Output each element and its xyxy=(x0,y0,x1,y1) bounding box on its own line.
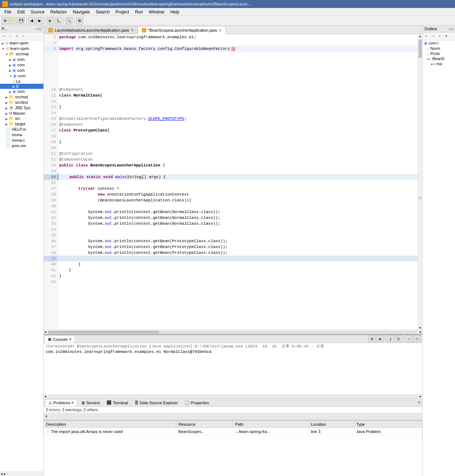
menu-window[interactable]: Window xyxy=(146,9,167,15)
tree-item-com-2[interactable]: ▶ ◉ com xyxy=(0,62,43,68)
col-description[interactable]: Description xyxy=(44,421,176,428)
outline-collapse-btn[interactable]: ⇤ xyxy=(424,34,429,39)
toolbar-debug[interactable]: 🐛 xyxy=(55,17,62,24)
col-type[interactable]: Type xyxy=(354,421,422,428)
toolbar-search[interactable]: 🔍 xyxy=(65,17,73,24)
vscroll-up[interactable]: ▲ xyxy=(418,34,422,38)
table-row[interactable]: ⚠ The import java.util.Arrays is never u… xyxy=(44,428,422,435)
toolbar-open[interactable]: 📁 xyxy=(9,17,17,24)
tree-item-src-main-2[interactable]: ▶ 📁 src/mai xyxy=(0,94,43,100)
outline-item-normal[interactable]: C Norm xyxy=(423,46,455,51)
outline-maximize-icon[interactable]: □ xyxy=(451,27,453,31)
problems-filter-icon[interactable]: ▽ xyxy=(418,401,421,405)
outline-item-bean[interactable]: ●C BeanS xyxy=(423,56,455,61)
tab-close-bean[interactable]: ✕ xyxy=(219,28,222,32)
tab-problems-close[interactable]: ✕ xyxy=(71,401,74,405)
tab-servers[interactable]: 🖥 Servers xyxy=(78,399,103,406)
tree-item-mvnwc[interactable]: 📄 mvnw.c xyxy=(0,138,43,143)
outline-sort-btn[interactable]: ↕ xyxy=(430,34,436,39)
tree-item-help[interactable]: 📄 HELP.m xyxy=(0,127,43,132)
vscroll-down[interactable]: ▼ xyxy=(418,326,422,330)
tree-item-pom[interactable]: 📄 pom.xm xyxy=(0,143,43,149)
tab-beanscopesl[interactable]: J *BeanScopesLauncherApplication.java ✕ xyxy=(138,26,226,34)
console-scroll-lock-btn[interactable]: ⤓ xyxy=(387,335,394,342)
expand-chevron[interactable]: ∧ xyxy=(45,414,47,418)
tree-item-learn-spring-1[interactable]: ▶ ⊞ learn-sprin xyxy=(0,40,43,46)
toolbar-forward[interactable]: ▶ xyxy=(36,17,43,24)
console-copy-btn[interactable]: ⎘ xyxy=(395,335,402,342)
code-content[interactable]: package com.in28minutes.learnspringframe… xyxy=(58,34,418,330)
tree-item-jre[interactable]: ▶ ☕ JRE Sys xyxy=(0,105,43,111)
tab-close-lazy[interactable]: ✕ xyxy=(131,28,134,32)
toolbar-new[interactable]: ⊕ xyxy=(1,17,9,24)
menu-refactor[interactable]: Refactor xyxy=(47,9,70,15)
hscroll-thumb-editor[interactable] xyxy=(48,331,159,334)
tab-properties[interactable]: 📋 Properties xyxy=(182,399,212,406)
console-tab[interactable]: ▣ Console ✕ xyxy=(44,335,75,343)
tree-item-com-5[interactable]: ▶ ◉ com xyxy=(0,89,43,94)
tab-terminal[interactable]: ⬛ Terminal xyxy=(104,399,131,406)
tree-item-src-test[interactable]: ▶ 📁 src/test xyxy=(0,100,43,105)
toolbar-save[interactable]: 💾 xyxy=(18,17,25,24)
outline-item-main[interactable]: ●m ma xyxy=(423,61,455,66)
code-editor[interactable]: 1 2 3 10 11 12 13 14 15 16 17 xyxy=(44,34,422,330)
col-resource[interactable]: Resource xyxy=(176,421,233,428)
outline-view-menu-btn[interactable]: ▼ xyxy=(443,34,449,39)
collapse-all-btn[interactable]: ⇤ xyxy=(1,34,7,39)
tree-item-com-4[interactable]: ▼ ◉ com xyxy=(0,73,43,79)
tree-item-com-3[interactable]: ▶ ◉ com xyxy=(0,68,43,73)
maximize-icon[interactable]: □ xyxy=(39,27,42,31)
toolbar-run[interactable]: ▶ xyxy=(47,17,54,24)
vscroll-thumb[interactable] xyxy=(419,40,422,58)
menu-run[interactable]: Run xyxy=(132,9,146,15)
outline-item-com[interactable]: ◉ com.i xyxy=(423,40,455,46)
menu-project[interactable]: Project xyxy=(113,9,132,15)
hscroll-left[interactable]: ◀ xyxy=(0,472,3,476)
expand-arrow-com3: ▶ xyxy=(9,69,11,72)
minimize-icon[interactable]: ─ xyxy=(36,27,39,31)
outline-item-proto[interactable]: C Proto xyxy=(423,51,455,56)
col-path[interactable]: Path xyxy=(233,421,309,428)
left-panel-hscroll[interactable]: ◀ ▶ xyxy=(0,472,43,476)
hscroll-right-btn[interactable]: ▶ xyxy=(419,330,422,334)
toolbar-sep-1 xyxy=(26,17,27,24)
toolbar-perspective[interactable]: ⊞ xyxy=(76,17,83,24)
tree-item-mvnw[interactable]: 📄 mvnw xyxy=(0,132,43,138)
outline-minimize-icon[interactable]: ─ xyxy=(448,27,450,31)
tree-item-target[interactable]: ▶ 📁 target xyxy=(0,121,43,127)
toolbar-back[interactable]: ◀ xyxy=(28,17,35,24)
tree-item-learn-spring-2[interactable]: ▼ ⊞ learn-sprin xyxy=(0,46,43,51)
console-hscroll-right[interactable]: ▶ xyxy=(419,395,422,398)
view-menu-btn[interactable]: ▾ xyxy=(21,34,27,39)
console-hscroll[interactable]: ◀ ▶ xyxy=(44,394,422,398)
tree-item-src-main[interactable]: ▼ 📂 src/mai xyxy=(0,51,43,57)
editor-vscroll[interactable]: ▲ ▼ xyxy=(418,34,422,330)
filter-btn[interactable]: ▽ xyxy=(14,34,20,39)
menu-search[interactable]: Search xyxy=(93,9,113,15)
tab-datasource[interactable]: 🗄 Data Source Explorer xyxy=(132,399,181,406)
tab-problems[interactable]: ⚠ Problems ✕ xyxy=(45,399,77,406)
console-hscroll-left[interactable]: ◀ xyxy=(44,395,47,398)
console-maximize-btn[interactable]: □ xyxy=(413,335,421,342)
menu-navigate[interactable]: Navigate xyxy=(70,9,93,15)
col-location[interactable]: Location xyxy=(309,421,354,428)
console-minimize-btn[interactable]: ─ xyxy=(405,335,413,342)
link-editor-btn[interactable]: ↔ xyxy=(8,34,13,39)
tree-item-lazy[interactable]: J La xyxy=(0,79,43,84)
tree-item-src[interactable]: ▶ 📁 src xyxy=(0,116,43,121)
console-tab-close[interactable]: ✕ xyxy=(69,338,72,341)
hscroll-right[interactable]: ▶ xyxy=(3,472,7,476)
console-clear-btn[interactable]: ⊘ xyxy=(368,335,376,342)
menu-help[interactable]: Help xyxy=(167,9,182,15)
tree-item-bean[interactable]: ⊞ B xyxy=(0,84,43,89)
menu-file[interactable]: File xyxy=(1,9,14,15)
outline-hide-btn[interactable]: ▾ xyxy=(437,34,443,39)
hscroll-left-btn[interactable]: ◀ xyxy=(44,330,47,334)
menu-source[interactable]: Source xyxy=(28,9,47,15)
menu-edit[interactable]: Edit xyxy=(14,9,28,15)
tree-item-com-1[interactable]: ▶ ◉ com xyxy=(0,57,43,62)
tab-lazy[interactable]: J LazyInitializationLauncherApplication.… xyxy=(44,26,138,34)
tree-item-maven[interactable]: ▶ M Maven xyxy=(0,111,43,116)
console-stop-btn[interactable]: ■ xyxy=(376,335,384,342)
editor-hscroll[interactable]: ◀ ▶ xyxy=(44,330,422,334)
